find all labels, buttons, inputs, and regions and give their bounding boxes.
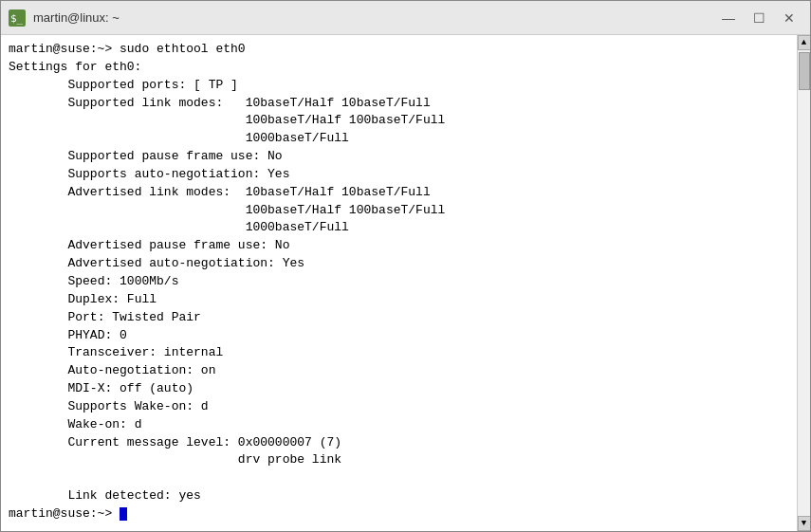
terminal-line-26: Link detected: yes [9, 488, 201, 503]
terminal-line-22: Wake-on: d [9, 417, 141, 431]
terminal-window: $_ martin@linux: ~ — ☐ ✕ martin@suse:~> … [0, 0, 811, 532]
terminal-line-17: PHYAD: 0 [9, 328, 127, 342]
terminal-line-23: Current message level: 0x00000007 (7) [9, 435, 341, 449]
scrollbar-track[interactable] [798, 50, 810, 516]
terminal-line-12: Advertised pause frame use: No [9, 238, 289, 252]
window-title: martin@linux: ~ [33, 10, 715, 25]
svg-text:$_: $_ [10, 12, 24, 25]
terminal-cursor [120, 507, 127, 521]
terminal-line-6: 1000baseT/Full [9, 131, 349, 145]
terminal-output[interactable]: martin@suse:~> sudo ethtool eth0 Setting… [1, 35, 797, 531]
terminal-prompt-line: martin@suse:~> [9, 506, 127, 521]
scroll-down-arrow[interactable]: ▼ [798, 516, 811, 531]
terminal-line-20: MDI-X: off (auto) [9, 381, 194, 395]
terminal-line-5: 100baseT/Half 100baseT/Full [9, 113, 445, 127]
minimize-button[interactable]: — [715, 7, 742, 29]
scrollbar[interactable]: ▲ ▼ [797, 35, 810, 531]
terminal-line-18: Transceiver: internal [9, 345, 223, 359]
maximize-button[interactable]: ☐ [746, 7, 772, 29]
terminal-line-21: Supports Wake-on: d [9, 399, 209, 413]
terminal-line-24: drv probe link [9, 452, 341, 467]
scroll-up-arrow[interactable]: ▲ [798, 35, 811, 50]
terminal-line-7: Supported pause frame use: No [9, 149, 283, 163]
terminal-line-9: Advertised link modes: 10baseT/Half 10ba… [9, 185, 431, 199]
terminal-icon: $_ [9, 9, 26, 27]
terminal-line-1: martin@suse:~> sudo ethtool eth0 [9, 42, 246, 56]
terminal-line-8: Supports auto-negotiation: Yes [9, 167, 289, 181]
terminal-line-16: Port: Twisted Pair [9, 310, 201, 324]
terminal-line-14: Speed: 1000Mb/s [9, 274, 178, 288]
terminal-line-19: Auto-negotiation: on [9, 363, 215, 377]
close-button[interactable]: ✕ [776, 7, 802, 29]
scrollbar-thumb[interactable] [799, 52, 810, 90]
terminal-line-2: Settings for eth0: [9, 60, 141, 74]
terminal-line-4: Supported link modes: 10baseT/Half 10bas… [9, 96, 431, 110]
terminal-line-10: 100baseT/Half 100baseT/Full [9, 203, 445, 217]
terminal-line-13: Advertised auto-negotiation: Yes [9, 256, 304, 270]
terminal-line-15: Duplex: Full [9, 292, 157, 306]
terminal-line-11: 1000baseT/Full [9, 220, 349, 234]
titlebar: $_ martin@linux: ~ — ☐ ✕ [1, 1, 810, 35]
terminal-wrapper: martin@suse:~> sudo ethtool eth0 Setting… [1, 35, 810, 531]
terminal-line-3: Supported ports: [ TP ] [9, 78, 238, 92]
window-controls: — ☐ ✕ [715, 7, 802, 29]
